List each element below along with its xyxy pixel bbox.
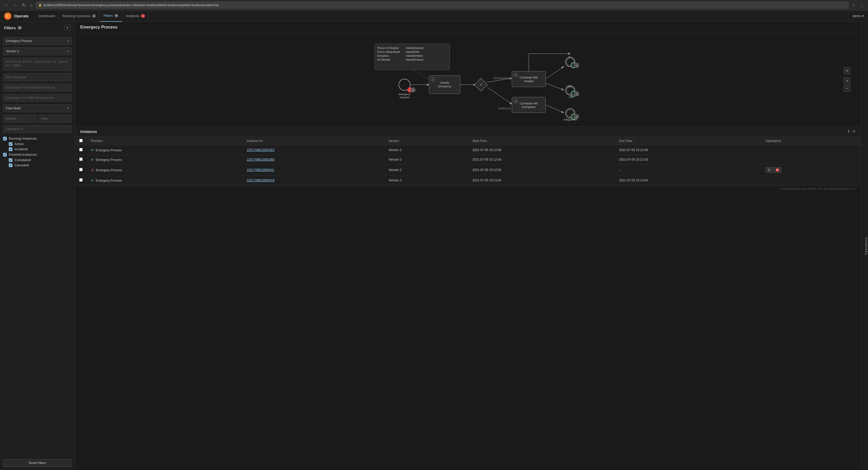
reset-filters-button[interactable]: Reset Filters bbox=[3, 459, 72, 467]
row-checkbox[interactable] bbox=[79, 168, 83, 171]
copyright: © Camunda Services GmbH 2021. All rights… bbox=[75, 185, 861, 192]
variable-row bbox=[3, 115, 72, 122]
version-select[interactable]: Version 2 bbox=[3, 48, 72, 55]
operations-sidebar: Operations bbox=[861, 22, 868, 470]
nav-running-instances-label: Running Instances bbox=[62, 14, 90, 18]
status-error-icon: ⚠ bbox=[91, 168, 94, 172]
end-time-cell: 2021-07-05 15:13:04 bbox=[615, 176, 762, 185]
incidents-input[interactable] bbox=[9, 147, 12, 151]
version-col-header[interactable]: Version↕ bbox=[384, 137, 468, 145]
browser-back-button[interactable]: ← bbox=[3, 2, 10, 8]
instance-id-cell[interactable]: 2251799813685380 bbox=[243, 155, 384, 165]
finished-instances-sub: Completed Canceled bbox=[3, 158, 72, 167]
checkbox-section: Running Instances Active Incidents Finis… bbox=[3, 137, 72, 167]
instance-ids-field[interactable] bbox=[3, 58, 72, 71]
zoom-in-button[interactable]: + bbox=[844, 77, 850, 84]
browser-home-button[interactable]: ⌂ bbox=[29, 2, 34, 8]
active-input[interactable] bbox=[9, 142, 12, 146]
start-time-col-header[interactable]: Start Time↕ bbox=[468, 137, 615, 145]
flow-node-select-wrapper: Flow Node bbox=[3, 105, 72, 112]
completed-checkbox[interactable]: Completed bbox=[9, 158, 72, 162]
row-checkbox[interactable] bbox=[79, 178, 83, 182]
operation-id-field[interactable] bbox=[3, 125, 72, 133]
filters-badge: 4 bbox=[17, 26, 22, 30]
expand-table-button[interactable]: ✕ bbox=[852, 129, 856, 134]
instances-title: Instances bbox=[80, 129, 97, 134]
running-instances-input[interactable] bbox=[3, 137, 7, 141]
variable-field[interactable] bbox=[3, 115, 37, 122]
active-checkbox[interactable]: Active bbox=[9, 142, 72, 146]
process-col-header[interactable]: Process↕ bbox=[87, 137, 243, 145]
start-date-field[interactable] bbox=[3, 84, 72, 91]
svg-text:1: 1 bbox=[412, 89, 413, 91]
nav-dashboard[interactable]: Dashboard bbox=[35, 10, 59, 22]
collapse-table-button[interactable]: ⇞ bbox=[847, 129, 850, 134]
row-select-cell bbox=[75, 145, 87, 155]
process-cell: ✔ Emergecy Process bbox=[87, 145, 243, 155]
row-checkbox[interactable] bbox=[79, 148, 83, 151]
instances-section: Instances ⇞ ✕ Process↕ Instance Id↕ Vers… bbox=[75, 126, 861, 185]
error-message-field[interactable] bbox=[3, 73, 72, 81]
browser-forward-button[interactable]: → bbox=[12, 2, 19, 8]
running-instances-checkbox[interactable]: Running Instances bbox=[3, 137, 72, 141]
row-select-cell bbox=[75, 165, 87, 176]
instance-id-cell[interactable]: 2251799813685418 bbox=[243, 176, 384, 185]
row-checkbox[interactable] bbox=[79, 157, 83, 161]
end-date-field[interactable] bbox=[3, 94, 72, 102]
svg-text:✕: ✕ bbox=[479, 83, 483, 87]
browser-bar: ← → ↻ ⌂ 🔒 localhost:8080/instances?proce… bbox=[0, 0, 868, 10]
instances-actions: ⇞ ✕ bbox=[847, 129, 856, 134]
table-row: ✔ Emergecy Process 2251799813685380 Vers… bbox=[75, 155, 861, 165]
cancel-button[interactable]: ⛔ bbox=[773, 167, 781, 173]
nav-incidents[interactable]: Incidents 1 bbox=[122, 10, 149, 22]
nav-running-instances[interactable]: Running Instances 1 bbox=[59, 10, 100, 22]
version-cell: Version 2 bbox=[384, 165, 468, 176]
process-cell: ⚠ Emergecy Process bbox=[87, 165, 243, 176]
nav-incidents-label: Incidents bbox=[126, 14, 139, 18]
end-time-col-header[interactable]: End Time↕ bbox=[615, 137, 762, 145]
instance-id-col-header[interactable]: Instance Id↕ bbox=[243, 137, 384, 145]
sidebar-title: Filters 4 bbox=[4, 26, 22, 30]
table-row: ✔ Emergecy Process 2251799813685353 Vers… bbox=[75, 145, 861, 155]
select-all-col[interactable] bbox=[75, 137, 87, 145]
canceled-checkbox[interactable]: Canceled bbox=[9, 163, 72, 167]
canceled-input[interactable] bbox=[9, 164, 12, 167]
sidebar-content: Emergecy Process Version 2 Flow Node Run… bbox=[0, 34, 75, 456]
sidebar-collapse-button[interactable]: K bbox=[64, 25, 71, 31]
completed-input[interactable] bbox=[9, 158, 12, 162]
svg-text:FireFighters: FireFighters bbox=[522, 106, 535, 109]
instances-header: Instances ⇞ ✕ bbox=[75, 126, 861, 137]
row-select-cell bbox=[75, 176, 87, 185]
browser-star-button[interactable]: ☆ bbox=[851, 3, 857, 8]
flow-node-select[interactable]: Flow Node bbox=[3, 105, 72, 112]
svg-text:Coordinate with: Coordinate with bbox=[520, 102, 537, 105]
retry-button[interactable]: ↻ bbox=[766, 167, 772, 173]
process-select-wrapper: Emergecy Process bbox=[3, 37, 72, 45]
svg-text:Hospital: Hospital bbox=[524, 80, 533, 83]
finished-instances-checkbox[interactable]: Finished Instances bbox=[3, 153, 72, 156]
operations-cell bbox=[762, 145, 861, 155]
incidents-checkbox[interactable]: Incidents bbox=[9, 147, 72, 151]
user-menu[interactable]: demo ▾ bbox=[852, 14, 864, 18]
svg-text:1: 1 bbox=[576, 93, 578, 95]
operations-sidebar-label[interactable]: Operations bbox=[864, 234, 868, 258]
nav-filters[interactable]: Filters 4 bbox=[100, 10, 122, 22]
value-field[interactable] bbox=[38, 115, 72, 122]
canceled-label: Canceled bbox=[14, 163, 29, 167]
instance-id-cell[interactable]: 2251799813685401 bbox=[243, 165, 384, 176]
instance-id-cell[interactable]: 2251799813685353 bbox=[243, 145, 384, 155]
svg-text:extinguished: extinguished bbox=[564, 118, 577, 121]
zoom-out-button[interactable]: − bbox=[844, 85, 850, 92]
browser-url-bar[interactable]: 🔒 localhost:8080/instances?process=emerg… bbox=[36, 2, 848, 8]
browser-reload-button[interactable]: ↻ bbox=[21, 2, 27, 8]
svg-text:Fire is extinguished:: Fire is extinguished: bbox=[377, 51, 400, 53]
version-cell: Version 2 bbox=[384, 176, 468, 185]
process-select[interactable]: Emergecy Process bbox=[3, 37, 72, 45]
center-button[interactable]: ⌖ bbox=[844, 67, 850, 74]
user-name: demo bbox=[852, 14, 861, 18]
finished-instances-input[interactable] bbox=[3, 153, 7, 156]
browser-menu-button[interactable]: ⋮ bbox=[859, 3, 865, 8]
end-time-cell: -- bbox=[615, 165, 762, 176]
svg-text:...pital: ...pital bbox=[567, 96, 573, 98]
select-all-checkbox[interactable] bbox=[79, 139, 83, 142]
